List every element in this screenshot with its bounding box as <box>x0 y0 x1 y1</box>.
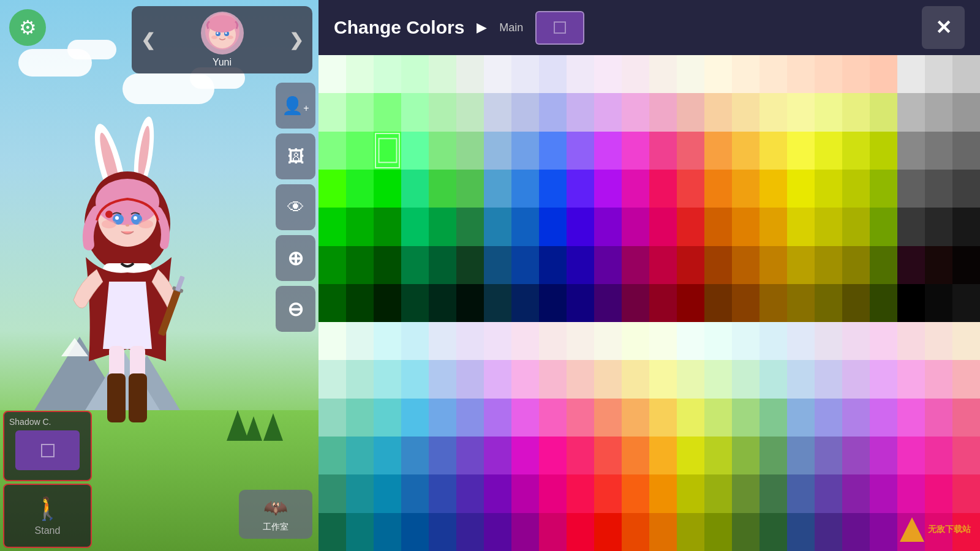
color-cell[interactable] <box>401 474 429 512</box>
color-cell[interactable] <box>484 132 511 170</box>
color-cell[interactable] <box>842 55 870 93</box>
color-cell[interactable] <box>732 360 760 398</box>
color-cell[interactable] <box>677 93 704 131</box>
color-cell[interactable] <box>704 360 732 398</box>
color-cell[interactable] <box>925 170 952 208</box>
color-cell[interactable] <box>429 284 456 322</box>
color-cell[interactable] <box>704 322 732 360</box>
color-cell[interactable] <box>677 170 704 208</box>
color-cell[interactable] <box>649 513 677 551</box>
color-cell[interactable] <box>952 284 980 322</box>
color-cell[interactable] <box>456 170 484 208</box>
gallery-button[interactable]: 🖼 <box>276 133 315 179</box>
color-cell[interactable] <box>511 437 539 474</box>
color-cell[interactable] <box>649 132 677 170</box>
color-cell[interactable] <box>539 132 567 170</box>
color-cell[interactable] <box>511 399 539 437</box>
color-cell[interactable] <box>677 360 704 398</box>
color-cell[interactable] <box>429 246 456 284</box>
color-cell[interactable] <box>346 513 374 551</box>
color-cell[interactable] <box>952 93 980 131</box>
shadow-color-swatch[interactable] <box>15 430 80 470</box>
color-cell[interactable] <box>484 284 511 322</box>
color-cell[interactable] <box>567 513 594 551</box>
color-cell[interactable] <box>815 437 842 474</box>
color-cell[interactable] <box>594 437 622 474</box>
color-cell[interactable] <box>511 170 539 208</box>
color-cell[interactable] <box>897 284 925 322</box>
color-cell[interactable] <box>870 474 897 512</box>
color-cell[interactable] <box>622 322 649 360</box>
color-cell[interactable] <box>539 208 567 246</box>
color-cell[interactable] <box>815 55 842 93</box>
color-cell[interactable] <box>897 399 925 437</box>
color-cell[interactable] <box>401 246 429 284</box>
color-cell[interactable] <box>925 474 952 512</box>
color-cell[interactable] <box>456 474 484 512</box>
color-cell[interactable] <box>594 360 622 398</box>
color-cell[interactable] <box>897 437 925 474</box>
color-cell[interactable] <box>484 322 511 360</box>
color-cell[interactable] <box>594 322 622 360</box>
color-cell[interactable] <box>842 399 870 437</box>
color-cell[interactable] <box>704 208 732 246</box>
color-cell[interactable] <box>511 246 539 284</box>
color-cell[interactable] <box>815 322 842 360</box>
color-cell[interactable] <box>374 474 401 512</box>
color-cell[interactable] <box>870 170 897 208</box>
color-cell[interactable] <box>346 474 374 512</box>
color-cell[interactable] <box>732 399 760 437</box>
color-cell[interactable] <box>787 437 815 474</box>
color-cell[interactable] <box>456 284 484 322</box>
color-cell[interactable] <box>704 246 732 284</box>
color-cell[interactable] <box>677 437 704 474</box>
color-cell[interactable] <box>539 170 567 208</box>
color-cell[interactable] <box>374 132 401 170</box>
color-cell[interactable] <box>567 360 594 398</box>
color-cell[interactable] <box>567 284 594 322</box>
color-cell[interactable] <box>318 284 346 322</box>
color-cell[interactable] <box>787 170 815 208</box>
color-cell[interactable] <box>401 399 429 437</box>
color-cell[interactable] <box>511 513 539 551</box>
color-cell[interactable] <box>732 474 760 512</box>
color-cell[interactable] <box>897 474 925 512</box>
color-cell[interactable] <box>594 284 622 322</box>
selected-color-swatch[interactable] <box>535 11 584 45</box>
color-cell[interactable] <box>622 513 649 551</box>
color-cell[interactable] <box>318 474 346 512</box>
color-cell[interactable] <box>318 246 346 284</box>
color-cell[interactable] <box>401 93 429 131</box>
color-cell[interactable] <box>539 284 567 322</box>
color-cell[interactable] <box>346 208 374 246</box>
color-cell[interactable] <box>374 513 401 551</box>
color-cell[interactable] <box>484 437 511 474</box>
color-cell[interactable] <box>429 474 456 512</box>
color-cell[interactable] <box>594 132 622 170</box>
color-cell[interactable] <box>429 513 456 551</box>
stand-panel[interactable]: 🚶 Stand <box>3 484 92 548</box>
color-cell[interactable] <box>567 246 594 284</box>
color-cell[interactable] <box>456 513 484 551</box>
color-cell[interactable] <box>732 208 760 246</box>
color-cell[interactable] <box>456 132 484 170</box>
color-cell[interactable] <box>815 360 842 398</box>
color-cell[interactable] <box>952 399 980 437</box>
next-character-button[interactable]: ❯ <box>289 30 303 50</box>
color-cell[interactable] <box>732 170 760 208</box>
color-cell[interactable] <box>374 208 401 246</box>
color-cell[interactable] <box>842 93 870 131</box>
color-cell[interactable] <box>401 208 429 246</box>
add-character-button[interactable]: 👤+ <box>276 83 315 129</box>
zoom-in-button[interactable]: ⊕ <box>276 235 315 281</box>
color-cell[interactable] <box>815 208 842 246</box>
color-cell[interactable] <box>622 246 649 284</box>
color-cell[interactable] <box>622 93 649 131</box>
color-cell[interactable] <box>401 132 429 170</box>
color-cell[interactable] <box>429 360 456 398</box>
color-cell[interactable] <box>870 246 897 284</box>
color-cell[interactable] <box>760 170 787 208</box>
color-cell[interactable] <box>374 93 401 131</box>
color-cell[interactable] <box>649 284 677 322</box>
color-cell[interactable] <box>346 170 374 208</box>
